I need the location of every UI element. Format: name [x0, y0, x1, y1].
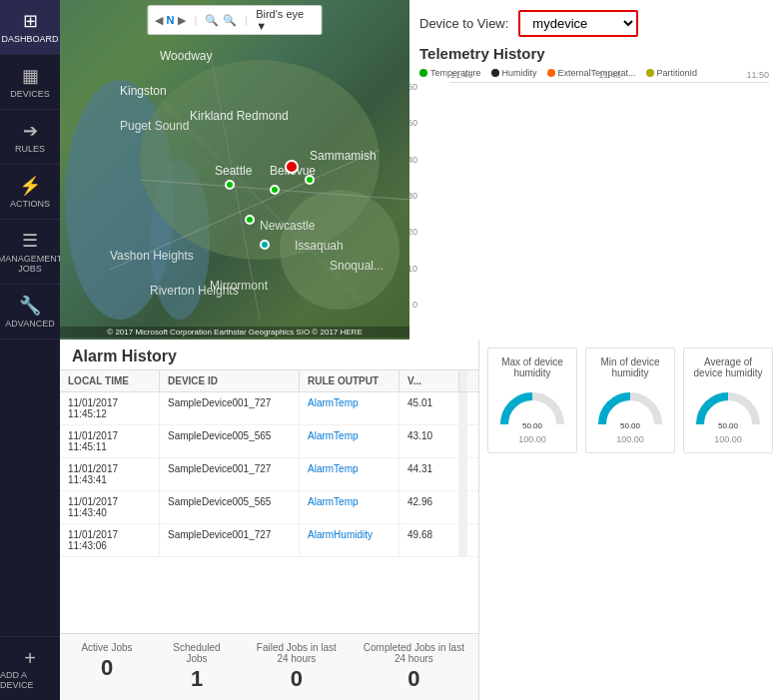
sidebar-item-actions[interactable]: ⚡ ACTIONS [0, 165, 60, 220]
main-content: Kingston Woodway Puget Sound Kirkland Re… [60, 0, 779, 700]
svg-text:Woodway: Woodway [160, 49, 212, 63]
rule-link[interactable]: AlarmTemp [308, 463, 359, 474]
cell-time: 11/01/201711:45:12 [60, 392, 160, 424]
sidebar-item-label: ADVANCED [5, 319, 54, 329]
y-label: 50 [409, 118, 417, 128]
table-row: 11/01/201711:43:06 SampleDevice001_727 A… [60, 524, 478, 557]
rules-icon: ➔ [23, 120, 38, 142]
map-background: Kingston Woodway Puget Sound Kirkland Re… [60, 0, 409, 340]
cell-device: SampleDevice005_565 [160, 425, 300, 457]
devices-icon: ▦ [22, 65, 39, 87]
birdseye-label: Bird's eye ▼ [256, 8, 315, 32]
map-container: Kingston Woodway Puget Sound Kirkland Re… [60, 0, 409, 340]
top-area: Kingston Woodway Puget Sound Kirkland Re… [60, 0, 779, 340]
sidebar-item-rules[interactable]: ➔ RULES [0, 110, 60, 165]
zoom-in-btn[interactable]: 🔍 [205, 14, 219, 27]
cell-device: SampleDevice001_727 [160, 458, 300, 490]
sidebar-item-devices[interactable]: ▦ DEVICES [0, 55, 60, 110]
alarm-rows: 11/01/201711:45:12 SampleDevice001_727 A… [60, 392, 478, 557]
sidebar-item-dashboard[interactable]: ⊞ DASHBOARD [0, 0, 60, 55]
svg-text:Snoqual...: Snoqual... [330, 259, 384, 273]
device-select[interactable]: mydevice [518, 10, 638, 37]
map-toolbar: ◀ N ▶ | 🔍 🔍 | Bird's eye ▼ [148, 5, 323, 35]
cell-value: 49.68 [399, 524, 459, 556]
sidebar-item-label: DASHBOARD [1, 34, 58, 44]
cell-device: SampleDevice005_565 [160, 491, 300, 523]
cell-time: 11/01/201711:43:06 [60, 524, 160, 556]
cell-value: 44.31 [399, 458, 459, 490]
chart-y-labels: 6050403020100 [409, 82, 417, 310]
advanced-icon: 🔧 [19, 295, 41, 317]
chart-container: 6050403020100 11:4611:4811:50 [419, 82, 769, 330]
col-header-rule: RULE OUTPUT [300, 370, 399, 391]
birdseye-btn[interactable]: Bird's eye ▼ [256, 8, 315, 32]
legend-color [419, 69, 427, 77]
svg-text:Mirrormont: Mirrormont [210, 279, 269, 293]
cell-time: 11/01/201711:43:40 [60, 491, 160, 523]
job-item: Completed Jobs in last 24 hours0 [362, 642, 466, 692]
job-label: Scheduled Jobs [162, 642, 232, 664]
humidity-panel: Max of device humidity 50.00 100.00 Min … [479, 340, 779, 700]
map-marker-green-4[interactable] [225, 180, 235, 190]
job-count: 0 [101, 655, 113, 681]
table-row: 11/01/201711:43:41 SampleDevice001_727 A… [60, 458, 478, 491]
x-label: 11:48 [598, 70, 621, 80]
x-label: 11:50 [746, 70, 769, 80]
map-marker-teal[interactable] [260, 240, 270, 250]
sidebar-item-management-jobs[interactable]: ☰ MANAGEMENT JOBS [0, 220, 60, 285]
cell-rule: AlarmTemp [300, 392, 399, 424]
job-label: Failed Jobs in last 24 hours [252, 642, 342, 664]
dashboard-icon: ⊞ [23, 10, 38, 32]
gauge-center-label: 50.00 [718, 421, 739, 430]
alarm-panel: Alarm History LOCAL TIME DEVICE ID RULE … [60, 340, 479, 700]
humidity-card-title: Min of device humidity [594, 356, 666, 378]
gauge-center-label: 50.00 [522, 421, 543, 430]
table-row: 11/01/201711:43:40 SampleDevice005_565 A… [60, 491, 478, 524]
cell-value: 43.10 [399, 425, 459, 457]
add-device-button[interactable]: + ADD A DEVICE [0, 636, 60, 700]
map-marker-green-2[interactable] [270, 185, 280, 195]
telemetry-title: Telemetry History [419, 45, 769, 62]
y-label: 10 [409, 264, 417, 274]
job-label: Active Jobs [81, 642, 132, 653]
map-svg: Kingston Woodway Puget Sound Kirkland Re… [60, 0, 409, 340]
x-label: 11:46 [450, 70, 473, 80]
gauge-svg: 50.00 [693, 384, 763, 434]
rule-link[interactable]: AlarmTemp [308, 496, 359, 507]
sidebar-item-label: ACTIONS [10, 199, 50, 209]
cell-time: 11/01/201711:43:41 [60, 458, 160, 490]
map-marker-green-1[interactable] [245, 215, 255, 225]
humidity-card-title: Max of device humidity [496, 356, 568, 378]
col-header-device: DEVICE ID [160, 370, 300, 391]
svg-text:Newcastle: Newcastle [260, 219, 316, 233]
svg-text:Kirkland Redmond: Kirkland Redmond [190, 109, 289, 123]
svg-text:Sammamish: Sammamish [310, 149, 377, 163]
job-item: Active Jobs0 [72, 642, 142, 692]
gauge-center-label: 50.00 [620, 421, 641, 430]
rule-link[interactable]: AlarmTemp [308, 397, 359, 408]
nav-compass: N [167, 14, 175, 26]
sidebar-item-advanced[interactable]: 🔧 ADVANCED [0, 285, 60, 340]
humidity-card-title: Average of device humidity [692, 356, 764, 378]
table-row: 11/01/201711:45:12 SampleDevice001_727 A… [60, 392, 478, 425]
alarm-table-header: LOCAL TIME DEVICE ID RULE OUTPUT V... [60, 369, 478, 392]
jobs-footer: Active Jobs0Scheduled Jobs1Failed Jobs i… [60, 633, 478, 700]
rule-link[interactable]: AlarmTemp [308, 430, 359, 441]
col-header-time: LOCAL TIME [60, 370, 160, 391]
zoom-out-btn[interactable]: 🔍 [223, 14, 237, 27]
svg-text:Puget Sound: Puget Sound [120, 119, 189, 133]
humidity-cards-row: Max of device humidity 50.00 100.00 Min … [487, 348, 771, 453]
y-label: 60 [409, 82, 417, 92]
cell-rule: AlarmTemp [300, 458, 399, 490]
cell-rule: AlarmTemp [300, 425, 399, 457]
sidebar-item-label: DEVICES [10, 89, 50, 99]
job-item: Failed Jobs in last 24 hours0 [252, 642, 342, 692]
map-marker-green-3[interactable] [305, 175, 315, 185]
nav-right-btn[interactable]: ▶ [178, 14, 186, 27]
rule-link[interactable]: AlarmHumidity [308, 529, 373, 540]
map-marker-red[interactable] [285, 160, 299, 174]
cell-rule: AlarmHumidity [300, 524, 399, 556]
nav-left-btn[interactable]: ◀ [155, 14, 163, 27]
job-item: Scheduled Jobs1 [162, 642, 232, 692]
chart-x-labels: 11:4611:4811:50 [450, 68, 769, 82]
